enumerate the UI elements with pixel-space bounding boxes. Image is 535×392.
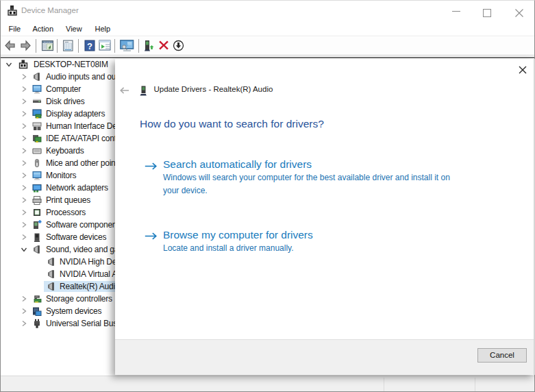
svg-text:?: ?	[87, 41, 92, 51]
